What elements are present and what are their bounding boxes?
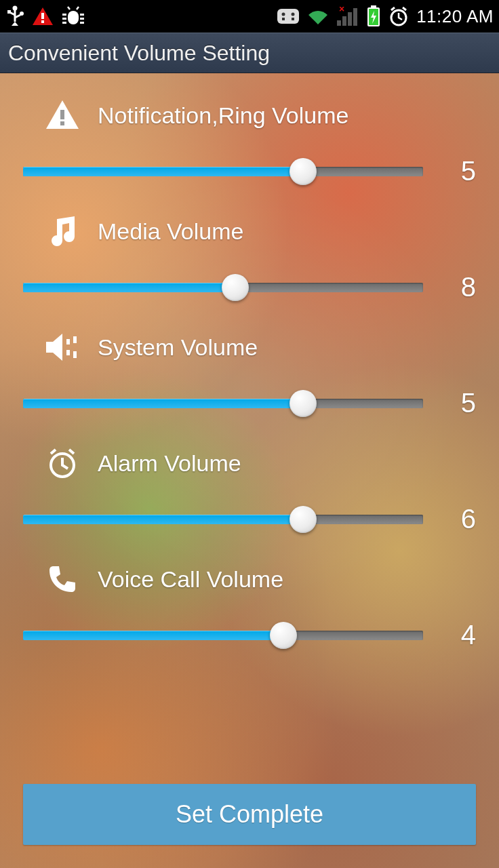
svg-rect-31 bbox=[73, 336, 77, 343]
svg-rect-19 bbox=[342, 16, 346, 26]
content-area: Notification,Ring Volume 5 Media Volume bbox=[0, 73, 499, 868]
phone-icon bbox=[43, 560, 81, 598]
status-right: × 11:20 AM bbox=[277, 5, 494, 27]
svg-rect-9 bbox=[62, 22, 66, 24]
svg-rect-5 bbox=[41, 20, 44, 23]
volume-group-voice: Voice Call Volume 4 bbox=[23, 560, 476, 650]
svg-rect-2 bbox=[7, 10, 11, 14]
alarm-slider[interactable] bbox=[23, 506, 423, 533]
slider-fill bbox=[23, 167, 303, 176]
wifi-icon bbox=[306, 7, 330, 26]
controller-icon bbox=[277, 8, 300, 24]
alarm-clock-icon bbox=[388, 6, 410, 26]
volume-label: Voice Call Volume bbox=[98, 566, 283, 593]
speaker-icon bbox=[43, 328, 81, 366]
set-complete-label: Set Complete bbox=[176, 800, 323, 829]
debug-icon bbox=[61, 5, 85, 27]
notification-slider[interactable] bbox=[23, 158, 423, 185]
slider-fill bbox=[23, 283, 235, 292]
volume-value: 4 bbox=[442, 620, 476, 650]
media-slider[interactable] bbox=[23, 274, 423, 301]
status-clock: 11:20 AM bbox=[416, 6, 494, 27]
slider-fill bbox=[23, 631, 283, 640]
svg-rect-30 bbox=[66, 350, 70, 355]
svg-rect-29 bbox=[66, 339, 70, 344]
warning-triangle-icon bbox=[43, 96, 81, 134]
svg-rect-12 bbox=[80, 22, 84, 24]
svg-rect-20 bbox=[348, 12, 352, 26]
slider-thumb[interactable] bbox=[290, 506, 317, 533]
slider-thumb[interactable] bbox=[290, 390, 317, 417]
svg-point-3 bbox=[20, 12, 24, 16]
svg-rect-6 bbox=[68, 11, 79, 24]
volume-group-alarm: Alarm Volume 6 bbox=[23, 444, 476, 534]
system-slider[interactable] bbox=[23, 390, 423, 417]
svg-rect-16 bbox=[282, 18, 285, 20]
volume-label: Alarm Volume bbox=[98, 450, 241, 477]
slider-thumb[interactable] bbox=[270, 622, 297, 649]
svg-rect-27 bbox=[60, 110, 64, 119]
svg-rect-21 bbox=[353, 8, 357, 26]
volume-group-notification: Notification,Ring Volume 5 bbox=[23, 96, 476, 186]
svg-point-14 bbox=[282, 13, 285, 16]
usb-icon bbox=[5, 5, 24, 27]
music-note-icon bbox=[43, 212, 81, 250]
volume-label: Notification,Ring Volume bbox=[98, 102, 348, 129]
svg-point-15 bbox=[292, 13, 295, 16]
status-left bbox=[5, 5, 85, 27]
warning-icon bbox=[31, 6, 54, 26]
volume-label: System Volume bbox=[98, 334, 258, 361]
slider-thumb[interactable] bbox=[222, 274, 249, 301]
svg-rect-32 bbox=[73, 351, 77, 358]
status-bar: × 11:20 AM bbox=[0, 0, 499, 33]
signal-icon: × bbox=[336, 7, 359, 26]
app-title-bar: Convenient Volume Setting bbox=[0, 33, 499, 73]
volume-group-media: Media Volume 8 bbox=[23, 212, 476, 302]
volume-value: 8 bbox=[442, 272, 476, 302]
set-complete-button[interactable]: Set Complete bbox=[23, 784, 476, 845]
battery-icon bbox=[366, 5, 381, 27]
app-title: Convenient Volume Setting bbox=[8, 41, 270, 66]
volume-group-system: System Volume 5 bbox=[23, 328, 476, 418]
svg-rect-23 bbox=[371, 5, 376, 7]
svg-rect-8 bbox=[62, 18, 66, 20]
svg-rect-13 bbox=[277, 9, 299, 24]
volume-label: Media Volume bbox=[98, 218, 243, 245]
svg-rect-11 bbox=[80, 18, 84, 20]
svg-rect-28 bbox=[60, 121, 64, 125]
volume-value: 5 bbox=[442, 388, 476, 418]
slider-fill bbox=[23, 399, 303, 408]
slider-thumb[interactable] bbox=[290, 158, 317, 185]
voice-slider[interactable] bbox=[23, 622, 423, 649]
svg-text:×: × bbox=[339, 7, 344, 14]
svg-rect-10 bbox=[80, 14, 84, 16]
svg-rect-18 bbox=[337, 20, 341, 26]
svg-rect-4 bbox=[41, 13, 44, 19]
volume-value: 6 bbox=[442, 504, 476, 534]
slider-fill bbox=[23, 515, 303, 524]
volume-value: 5 bbox=[442, 156, 476, 186]
alarm-icon bbox=[43, 444, 81, 482]
svg-rect-7 bbox=[62, 14, 66, 16]
svg-rect-17 bbox=[292, 18, 294, 20]
